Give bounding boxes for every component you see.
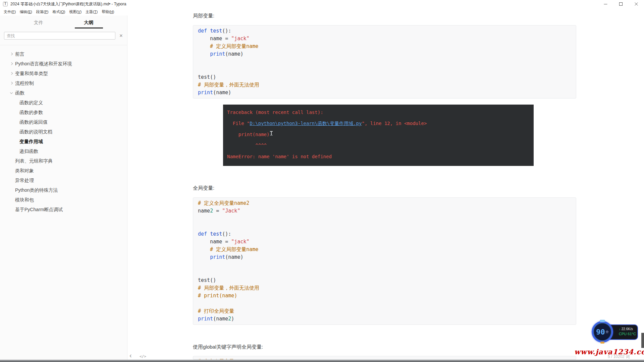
menu-item[interactable]: 段落(P) bbox=[34, 9, 51, 14]
code-line: # 定义局部变量name bbox=[198, 43, 571, 50]
maximize-icon bbox=[619, 2, 623, 6]
code-line: test() bbox=[198, 277, 571, 284]
outline-item[interactable]: 函数 bbox=[0, 88, 127, 98]
outline-item[interactable]: 前言 bbox=[0, 49, 127, 59]
code-line bbox=[198, 215, 571, 223]
code-line: print(name) bbox=[198, 253, 571, 261]
outline-item[interactable]: 流程控制 bbox=[0, 78, 127, 88]
outline-item-label: Python类的特殊方法 bbox=[15, 187, 58, 193]
performance-widget[interactable]: ↓ 22.6K/s CPU 61°C 90 分 bbox=[592, 321, 643, 345]
outline-item[interactable]: 变量作用域 bbox=[0, 137, 127, 146]
code-line: name = "jack" bbox=[198, 35, 571, 43]
code-block-partial[interactable]: # 定义全局变量 bbox=[193, 356, 576, 360]
code-line: def test(): bbox=[198, 27, 571, 35]
code-line: # 局部变量，外面无法使用 bbox=[198, 284, 571, 292]
paragraph-global-var[interactable]: 全局变量: bbox=[193, 185, 214, 191]
code-line bbox=[198, 269, 571, 277]
outline-item[interactable]: Python语言概述和开发环境 bbox=[0, 59, 127, 69]
cpu-temperature: CPU 61°C bbox=[619, 332, 637, 336]
outline-item-label: 函数的参数 bbox=[19, 110, 43, 116]
gauge-top-notch bbox=[600, 320, 605, 322]
chevron-right-icon[interactable] bbox=[10, 53, 13, 55]
outline-item-label: 变量作用域 bbox=[19, 139, 43, 145]
menu-item[interactable]: 格式(O) bbox=[50, 9, 67, 14]
text-cursor bbox=[270, 131, 273, 135]
traceback-image[interactable]: Traceback (most recent call last): File … bbox=[223, 105, 534, 166]
download-arrow-icon: ↓ bbox=[619, 327, 621, 331]
source-code-mode-icon[interactable]: </> bbox=[140, 354, 146, 359]
outline-item[interactable]: 类和对象 bbox=[0, 166, 127, 176]
outline-item[interactable]: 函数的说明文档 bbox=[0, 127, 127, 137]
sidebar-tabs: 文件 大纲 bbox=[0, 15, 127, 29]
chevron-right-icon[interactable] bbox=[10, 82, 13, 84]
outline-item-label: 基于PyCharm断点调试 bbox=[15, 207, 63, 213]
outline-item[interactable]: 函数的返回值 bbox=[0, 117, 127, 127]
chevron-right-icon[interactable] bbox=[10, 72, 13, 75]
outline-item-label: 递归函数 bbox=[19, 148, 38, 155]
outline-item-label: 列表、元组和字典 bbox=[15, 158, 53, 164]
minimize-button[interactable] bbox=[598, 0, 613, 8]
code-line: name2 = "Jack" bbox=[198, 207, 571, 215]
code-line: # 打印全局变量 bbox=[198, 307, 571, 315]
menu-item[interactable]: 帮助(H) bbox=[100, 9, 116, 14]
outline-item-label: 流程控制 bbox=[15, 80, 34, 86]
scrollbar-thumb[interactable] bbox=[641, 333, 644, 348]
search-input[interactable] bbox=[4, 32, 115, 40]
maximize-button[interactable] bbox=[613, 0, 629, 8]
outline-item-label: 函数的定义 bbox=[19, 100, 43, 106]
sidebar-toggle-icon[interactable]: ‹ bbox=[129, 352, 132, 359]
close-button[interactable] bbox=[629, 0, 644, 8]
window-title: 2024 零基础小白7天快速入门Python课程(无废话版).md• - Typ… bbox=[10, 1, 126, 7]
outline-item[interactable]: 函数的参数 bbox=[0, 108, 127, 117]
active-tab-underline bbox=[75, 27, 103, 28]
menu-bar: 文件(F)编辑(E)段落(P)格式(O)视图(V)主题(T)帮助(H) bbox=[0, 8, 644, 15]
close-search-icon[interactable]: ✕ bbox=[118, 33, 124, 39]
watermark: www.java1234.com bbox=[574, 348, 644, 356]
outline-item[interactable]: 异常处理 bbox=[0, 176, 127, 185]
sidebar: 文件 大纲 ✕ 前言Python语言概述和开发环境变量和简单类型流程控制函数函数… bbox=[0, 15, 127, 362]
code-line: def test(): bbox=[198, 230, 571, 238]
outline-item[interactable]: 基于PyCharm断点调试 bbox=[0, 205, 127, 215]
outline-item[interactable]: 递归函数 bbox=[0, 146, 127, 156]
close-icon bbox=[635, 2, 638, 6]
tab-files[interactable]: 文件 bbox=[13, 15, 64, 29]
outline-list: 前言Python语言概述和开发环境变量和简单类型流程控制函数函数的定义函数的参数… bbox=[0, 49, 127, 215]
menu-item[interactable]: 编辑(E) bbox=[18, 9, 34, 14]
outline-item[interactable]: 函数的定义 bbox=[0, 98, 127, 108]
code-line: ^^^^ bbox=[227, 140, 534, 151]
chevron-down-icon[interactable] bbox=[10, 91, 13, 94]
code-line: Traceback (most recent call last): bbox=[227, 107, 534, 118]
chevron-right-icon[interactable] bbox=[10, 62, 13, 65]
code-line bbox=[198, 261, 571, 269]
minimize-icon bbox=[604, 2, 607, 6]
outline-item-label: 函数的返回值 bbox=[19, 119, 48, 125]
code-line: # 定义全局变量name2 bbox=[198, 199, 571, 207]
code-line: File "D:\python\python3-learn\函数\变量作用域.p… bbox=[227, 118, 534, 129]
network-speed: ↓ 22.6K/s bbox=[619, 327, 637, 331]
outline-item-label: 前言 bbox=[15, 51, 24, 57]
outline-item[interactable]: Python类的特殊方法 bbox=[0, 185, 127, 195]
code-line: # 定义局部变量name bbox=[198, 246, 571, 253]
code-line: NameError: name 'name' is not defined bbox=[227, 151, 534, 162]
outline-item-label: 异常处理 bbox=[15, 178, 34, 184]
paragraph-global-keyword[interactable]: 使用global关键字声明全局变量: bbox=[193, 344, 263, 350]
code-line bbox=[198, 300, 571, 307]
window-controls bbox=[598, 0, 644, 8]
outline-item-label: 函数 bbox=[15, 90, 24, 96]
code-block-global[interactable]: # 定义全局变量name2name2 = "Jack" def test(): … bbox=[193, 197, 576, 325]
menu-item[interactable]: 文件(F) bbox=[2, 9, 18, 14]
code-line bbox=[198, 223, 571, 230]
outline-item[interactable]: 列表、元组和字典 bbox=[0, 156, 127, 166]
menu-item[interactable]: 主题(T) bbox=[84, 9, 100, 14]
outline-item[interactable]: 变量和简单类型 bbox=[0, 69, 127, 78]
paragraph-local-var[interactable]: 局部变量: bbox=[193, 13, 214, 19]
outline-item-label: 模块和包 bbox=[15, 197, 34, 203]
code-block-local[interactable]: def test(): name = "jack" # 定义局部变量name p… bbox=[193, 25, 576, 99]
code-line: # 局部变量，外面无法使用 bbox=[198, 81, 571, 89]
outline-item[interactable]: 模块和包 bbox=[0, 195, 127, 205]
menu-item[interactable]: 视图(V) bbox=[67, 9, 84, 14]
typora-window: T 2024 零基础小白7天快速入门Python课程(无废话版).md• - T… bbox=[0, 0, 644, 362]
taskbar-edge bbox=[0, 360, 644, 362]
score-value: 90 bbox=[596, 328, 605, 336]
code-line: name = "jack" bbox=[198, 238, 571, 246]
